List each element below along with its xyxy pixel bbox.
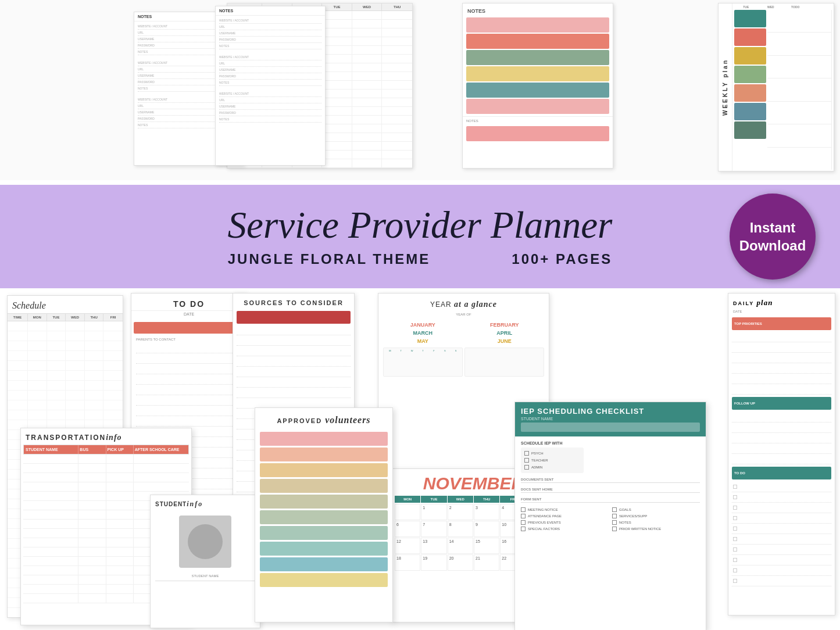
daily-page: DAILY plan DATE TOP PRIORITIES const dl1… <box>728 293 835 615</box>
instant-download-badge: Instant Download <box>730 194 816 280</box>
badge-line2: Download <box>739 237 806 255</box>
banner-subtitle-row: JUNGLE FLORAL THEME 100+ PAGES <box>228 251 613 267</box>
iep-header: IEP SCHEDULING CHECKLIST STUDENT NAME <box>515 402 706 436</box>
banner-subtitle-left: JUNGLE FLORAL THEME <box>228 251 431 267</box>
todo-title: TO DO <box>131 293 246 311</box>
sources-title: SOURCES TO CONSIDER <box>233 293 354 310</box>
todo-date: DATE <box>131 311 246 320</box>
doc-weekly-plan: WEEKLY plan TUE WED TODO <box>718 3 834 171</box>
middle-banner: Service Provider Planner JUNGLE FLORAL T… <box>0 185 840 288</box>
iep-checkbox-label: SCHEDULE IEP WITH <box>521 441 700 445</box>
volunteers-page: APPROVED volunteers <box>255 407 393 622</box>
doc-accounts-2: NOTES WEBSITE / ACCOUNT URL USERNAME PAS… <box>215 6 326 166</box>
banner-subtitle-right: 100+ PAGES <box>512 251 612 267</box>
iep-subtitle-label: STUDENT NAME <box>521 417 700 421</box>
doc-color-bars: NOTES NOTES <box>462 3 613 169</box>
iep-page: IEP SCHEDULING CHECKLIST STUDENT NAME SC… <box>514 402 706 630</box>
banner-title: Service Provider Planner <box>228 206 613 244</box>
student-subtitle: STUDENT NAME <box>151 572 260 579</box>
bottom-section: Schedule TIME MON TUE WED THU FRI const … <box>0 288 840 630</box>
iep-title: IEP SCHEDULING CHECKLIST <box>521 407 700 416</box>
schedule-title: Schedule <box>8 296 123 313</box>
year-subtitle: YEAR OF <box>378 313 549 320</box>
student-page: STUDENTinfo STUDENT NAME <box>150 495 260 628</box>
top-section-bg <box>0 0 840 180</box>
badge-line1: Instant <box>750 219 796 237</box>
